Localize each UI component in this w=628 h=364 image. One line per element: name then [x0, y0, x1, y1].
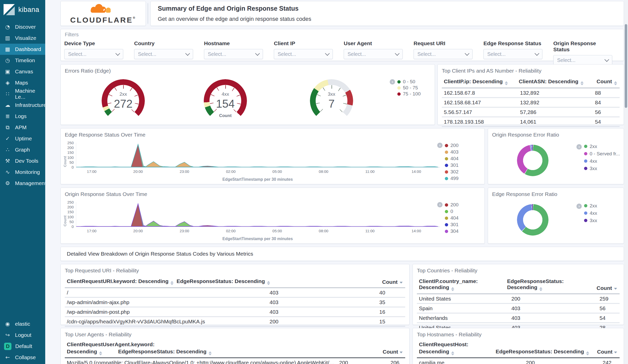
- kibana-logo-row[interactable]: kibana: [0, 0, 45, 19]
- legend-item[interactable]: 404: [445, 155, 459, 162]
- filter-select[interactable]: Select...: [344, 49, 403, 59]
- filter-select[interactable]: Select...: [483, 49, 542, 59]
- column-header[interactable]: Count: [382, 279, 405, 285]
- panel-divider[interactable]: [147, 3, 148, 24]
- legend-item[interactable]: 50 - 75: [397, 85, 421, 91]
- sidebar-item[interactable]: ⚒ Dev Tools: [0, 155, 45, 167]
- legend-expand-icon[interactable]: [576, 204, 582, 209]
- column-header[interactable]: ClientRequestURI.keyword: Descending: [67, 278, 177, 285]
- table-row[interactable]: 162.158.68.147 132,892 84: [442, 98, 620, 108]
- legend-item[interactable]: 0 - 50: [397, 79, 421, 85]
- legend-item[interactable]: 301: [445, 221, 459, 228]
- legend-item[interactable]: 4xx: [584, 209, 597, 217]
- column-header[interactable]: Count: [596, 78, 620, 85]
- sort-icon[interactable]: [580, 81, 584, 85]
- sort-icon[interactable]: [614, 81, 617, 85]
- donut-chart[interactable]: [517, 204, 548, 236]
- filter-select[interactable]: Select...: [553, 55, 612, 65]
- filter-select[interactable]: Select...: [414, 49, 473, 59]
- column-header[interactable]: ClientRequestUserAgent.keyword: Descendi…: [67, 341, 118, 355]
- legend-item[interactable]: 2xx: [584, 143, 620, 150]
- gauge[interactable]: 2xx 272: [93, 79, 154, 122]
- column-header[interactable]: ClientIP.country_name: Descending: [419, 278, 507, 291]
- legend-item[interactable]: 304: [445, 228, 459, 235]
- sort-icon[interactable]: [539, 287, 542, 291]
- legend-item[interactable]: 301: [445, 162, 459, 169]
- scrollbar-track[interactable]: [624, 0, 628, 364]
- sort-icon[interactable]: [99, 351, 102, 355]
- sort-icon[interactable]: [170, 281, 174, 285]
- sidebar-item-logout[interactable]: ↪ Logout: [0, 329, 45, 341]
- sidebar-item[interactable]: ⧉ APM: [0, 122, 45, 133]
- legend-item[interactable]: 75 - 100: [397, 91, 421, 97]
- filter-select[interactable]: Select...: [204, 49, 263, 59]
- table-row[interactable]: Spain 403 56: [417, 304, 620, 313]
- filter-select[interactable]: Select...: [64, 49, 123, 59]
- sort-icon[interactable]: [505, 81, 508, 85]
- table-row[interactable]: United States 200 259: [417, 294, 620, 304]
- legend-item[interactable]: 3xx: [584, 165, 620, 172]
- table-row[interactable]: 162.158.67.8 132,892 88: [442, 88, 620, 98]
- column-header[interactable]: ClientASN: Descending: [519, 78, 596, 85]
- area-chart-plot[interactable]: 17:0020:0023:0002:0005:0008:0011:0014:00…: [76, 143, 439, 168]
- sort-icon[interactable]: [209, 351, 212, 355]
- legend-item[interactable]: 200: [445, 202, 459, 208]
- sort-icon[interactable]: [267, 281, 270, 285]
- gauge[interactable]: 3xx 7: [301, 79, 362, 122]
- table-row[interactable]: /wp-admin/admin-ajax.php 403 35: [65, 298, 405, 307]
- legend-item[interactable]: 499: [445, 175, 459, 182]
- table-row[interactable]: camilia.me 200 242: [417, 358, 620, 364]
- table-row[interactable]: Mozilla/5.0 (compatible; CloudFlare-Alwa…: [65, 358, 405, 364]
- sort-icon[interactable]: [451, 287, 454, 291]
- sidebar-item[interactable]: ∴ Graph: [0, 144, 45, 155]
- sidebar-item[interactable]: ∷ Machine Le...: [0, 88, 45, 100]
- sort-icon[interactable]: [586, 351, 589, 355]
- legend-item[interactable]: 0: [445, 208, 459, 215]
- legend-expand-icon[interactable]: [437, 202, 443, 207]
- sort-icon[interactable]: [451, 351, 454, 355]
- sidebar-item[interactable]: ☁ Infrastructure: [0, 100, 45, 111]
- sidebar-item[interactable]: ◷ Timelion: [0, 55, 45, 66]
- column-header[interactable]: Count: [596, 285, 620, 291]
- area-chart-plot[interactable]: 17:0020:0023:0002:0005:0008:0011:0014:00…: [76, 202, 439, 227]
- filter-select[interactable]: Select...: [134, 49, 193, 59]
- sort-icon[interactable]: [400, 282, 403, 284]
- column-header[interactable]: Count: [597, 348, 620, 355]
- legend-item[interactable]: 4xx: [584, 157, 620, 165]
- sidebar-item-collapse[interactable]: ← Collapse: [0, 352, 45, 363]
- sidebar-item[interactable]: ✓ Uptime: [0, 133, 45, 144]
- legend-item[interactable]: 404: [445, 215, 459, 221]
- scrollbar-thumb[interactable]: [625, 24, 627, 108]
- donut-chart[interactable]: [517, 145, 548, 176]
- sidebar-item[interactable]: ⚙ Management: [0, 178, 45, 189]
- table-row[interactable]: 178.128.193.158 14,061 54: [442, 117, 620, 127]
- legend-expand-icon[interactable]: [576, 144, 582, 150]
- table-row[interactable]: Netherlands 403 54: [417, 313, 620, 323]
- legend-item[interactable]: 200: [445, 142, 459, 149]
- sidebar-item[interactable]: ∿ Monitoring: [0, 167, 45, 178]
- column-header[interactable]: ClientRequestHost: Descending: [419, 341, 496, 355]
- legend-item[interactable]: 2xx: [584, 202, 597, 209]
- filter-select[interactable]: Select...: [274, 49, 333, 59]
- sidebar-item[interactable]: ▦ Dashboard: [0, 44, 45, 55]
- column-header[interactable]: EdgeResponseStatus: Descending: [118, 348, 383, 355]
- legend-item[interactable]: 3xx: [584, 217, 597, 224]
- column-header[interactable]: ClientIP.ip: Descending: [444, 78, 519, 85]
- column-header[interactable]: EdgeResponseStatus: Descending: [507, 278, 596, 291]
- legend-item[interactable]: 403: [445, 149, 459, 155]
- sort-icon[interactable]: [614, 288, 617, 290]
- column-header[interactable]: EdgeResponseStatus: Descending: [496, 348, 597, 355]
- sidebar-item[interactable]: ◈ Maps: [0, 77, 45, 88]
- column-header[interactable]: Count: [383, 348, 405, 355]
- sort-icon[interactable]: [400, 352, 403, 353]
- sidebar-item[interactable]: ▣ Canvas: [0, 66, 45, 77]
- legend-item[interactable]: 0 - Served fr...: [584, 150, 620, 157]
- column-header[interactable]: EdgeResponseStatus: Descending: [177, 278, 382, 285]
- sidebar-item[interactable]: ≣ Logs: [0, 111, 45, 122]
- table-row[interactable]: /wp-admin/admin-post.php 403 16: [65, 307, 405, 317]
- table-row[interactable]: /cdn-cgi/apps/head/xVgyKhR-vV3dAUGhMqfBc…: [65, 317, 405, 327]
- sidebar-item[interactable]: ◔ Discover: [0, 21, 45, 32]
- legend-expand-icon[interactable]: [437, 143, 443, 148]
- legend-item[interactable]: 302: [445, 169, 459, 175]
- sidebar-item-space-default[interactable]: D Default: [0, 341, 45, 352]
